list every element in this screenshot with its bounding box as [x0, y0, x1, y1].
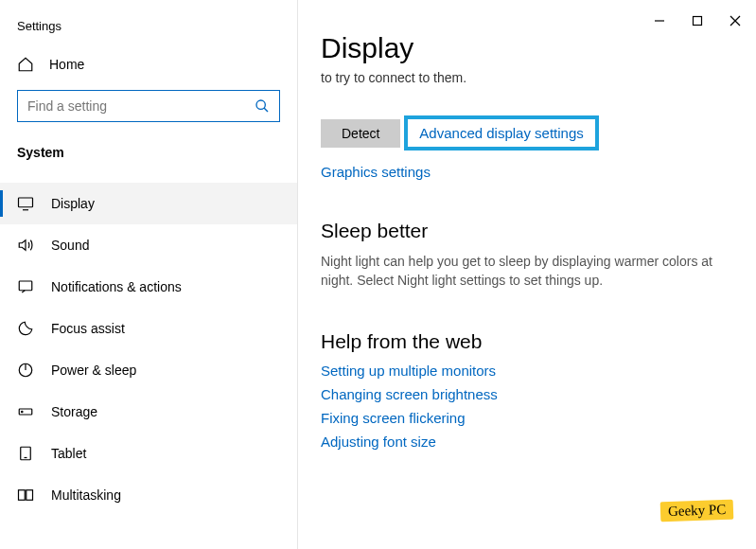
nav-item-storage[interactable]: Storage — [0, 391, 297, 433]
advanced-display-link[interactable]: Advanced display settings — [419, 125, 583, 141]
minimize-button[interactable] — [652, 13, 667, 28]
watermark: Geeky PC — [659, 500, 733, 522]
maximize-button[interactable] — [690, 13, 705, 28]
sidebar: Settings Home System Display Sound — [0, 0, 298, 549]
nav-item-tablet[interactable]: Tablet — [0, 433, 297, 474]
search-input-wrapper[interactable] — [17, 90, 280, 122]
window-title: Settings — [0, 19, 297, 46]
page-heading: Display — [321, 32, 728, 64]
nav-item-label: Notifications & actions — [51, 279, 182, 294]
nav-item-label: Sound — [51, 238, 89, 253]
svg-rect-11 — [19, 490, 26, 501]
notifications-icon — [17, 278, 34, 295]
svg-point-0 — [256, 100, 265, 109]
nav-home-label: Home — [49, 57, 84, 72]
detect-button[interactable]: Detect — [321, 119, 400, 148]
graphics-settings-link[interactable]: Graphics settings — [321, 164, 728, 180]
nav-item-focus-assist[interactable]: Focus assist — [0, 308, 297, 349]
nav-item-label: Power & sleep — [51, 363, 136, 378]
svg-line-1 — [264, 108, 268, 112]
svg-point-8 — [22, 411, 24, 413]
sleep-better-heading: Sleep better — [321, 220, 728, 242]
nav-list: Display Sound Notifications & actions Fo… — [0, 183, 297, 516]
sleep-better-body: Night light can help you get to sleep by… — [321, 252, 728, 291]
nav-item-display[interactable]: Display — [0, 183, 297, 224]
nav-home[interactable]: Home — [0, 46, 297, 82]
help-link-fontsize[interactable]: Adjusting font size — [321, 434, 728, 450]
search-icon — [255, 98, 270, 114]
sound-icon — [17, 237, 34, 254]
display-icon — [17, 195, 34, 212]
main-panel: Display to try to connect to them. Detec… — [298, 0, 756, 549]
help-heading: Help from the web — [321, 330, 728, 353]
nav-item-label: Focus assist — [51, 321, 125, 336]
nav-item-label: Display — [51, 196, 95, 211]
help-links: Setting up multiple monitors Changing sc… — [321, 363, 728, 450]
nav-item-power-sleep[interactable]: Power & sleep — [0, 349, 297, 391]
power-icon — [17, 362, 34, 379]
svg-rect-14 — [694, 17, 702, 26]
svg-rect-12 — [26, 490, 33, 501]
storage-icon — [17, 403, 34, 420]
help-link-flickering[interactable]: Fixing screen flickering — [321, 410, 728, 426]
home-icon — [17, 56, 34, 73]
search-input[interactable] — [27, 98, 255, 114]
connect-text: to try to connect to them. — [321, 70, 728, 85]
svg-rect-4 — [19, 281, 32, 291]
focus-assist-icon — [17, 320, 34, 337]
nav-item-label: Storage — [51, 404, 97, 419]
help-link-brightness[interactable]: Changing screen brightness — [321, 386, 728, 402]
nav-item-notifications[interactable]: Notifications & actions — [0, 266, 297, 308]
nav-item-label: Tablet — [51, 446, 86, 461]
advanced-display-highlight: Advanced display settings — [404, 115, 598, 151]
sidebar-section-label: System — [0, 137, 297, 171]
help-link-monitors[interactable]: Setting up multiple monitors — [321, 363, 728, 379]
tablet-icon — [17, 445, 34, 462]
nav-item-label: Multitasking — [51, 487, 121, 503]
multitasking-icon — [17, 487, 34, 504]
nav-item-multitasking[interactable]: Multitasking — [0, 474, 297, 516]
svg-rect-2 — [19, 198, 33, 207]
window-controls — [652, 13, 743, 28]
close-button[interactable] — [728, 13, 743, 28]
nav-item-sound[interactable]: Sound — [0, 224, 297, 266]
